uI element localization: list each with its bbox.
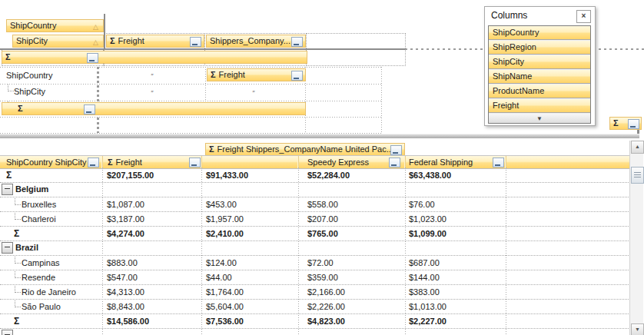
field-label: Freight (219, 70, 245, 79)
mock-row-shipcountry-label: ShipCountry (6, 71, 53, 80)
collapse-button[interactable] (88, 158, 99, 168)
tree-connector (15, 271, 21, 278)
sigma-icon: Σ (613, 118, 619, 128)
cell-value: $63,438.00 (409, 171, 451, 180)
group-name: Brazil (15, 243, 38, 252)
cell-value: $4,823.00 (307, 317, 345, 326)
window-title: Columns (491, 10, 527, 21)
collapse-box-icon[interactable] (2, 242, 13, 254)
ditto-mark: ″ (151, 89, 153, 97)
field-freight[interactable]: ΣFreight (106, 35, 204, 48)
collapse-button[interactable] (390, 145, 402, 155)
row-label: Campinas (22, 258, 60, 267)
collapse-button[interactable] (189, 158, 201, 168)
group-row-brazil: Brazil (0, 240, 629, 256)
collapse-button[interactable] (389, 158, 400, 168)
header-separator (404, 156, 406, 168)
header-row-area[interactable]: ShipCountry ShipCity (6, 158, 87, 168)
field-shippers-company[interactable]: Shippers_Company... (206, 35, 306, 48)
field-shipcity[interactable]: ShipCity △ (12, 35, 104, 48)
cell-value: $547.00 (107, 273, 138, 282)
ditto-mark: ″ (151, 72, 153, 80)
data-row-charleroi: Charleroi $3,187.00 $1,957.00 $207.00 $1… (0, 211, 629, 227)
cell-value: $207,155.00 (107, 171, 154, 180)
pivot-grid-designer: { "icons": { "sigma": "Σ", "sort_asc": "… (0, 0, 644, 335)
tree-connector (15, 286, 21, 293)
collapse-button[interactable] (190, 37, 201, 47)
tree-connector (15, 300, 21, 307)
mock-row-shipcity-label: ShipCity (14, 87, 45, 96)
scroll-more-button[interactable]: ▼ (489, 114, 590, 124)
cell-value: $76.00 (409, 200, 435, 209)
sigma-icon: Σ (211, 70, 216, 79)
collapse-button[interactable] (291, 37, 303, 47)
group-row-partial (0, 328, 629, 335)
mock-field-freight[interactable]: ΣFreight (207, 68, 306, 81)
collapse-button[interactable] (628, 119, 639, 129)
field-list-item-shipname[interactable]: ShipName (489, 70, 590, 84)
scroll-up-button[interactable]: ▲ (631, 141, 644, 154)
corner-sigma-bar[interactable]: Σ (609, 117, 642, 130)
band-header-label: Freight Shippers_CompanyName United Pac.… (217, 144, 393, 154)
field-list-item-shipcity[interactable]: ShipCity (489, 55, 590, 69)
collapse-button[interactable] (84, 104, 95, 114)
cell-value: $1,957.00 (206, 214, 244, 224)
header-freight[interactable]: ΣFreight (108, 158, 142, 168)
cell-value: $144.00 (409, 273, 440, 282)
collapse-box-icon[interactable] (2, 330, 13, 335)
tree-connector (15, 198, 21, 205)
field-list-item-freight[interactable]: Freight (489, 99, 590, 113)
collapse-box-icon[interactable] (2, 184, 13, 195)
sigma-icon: Σ (18, 104, 23, 113)
group-total-row-belgium: Σ $4,274.00 $2,410.00 $765.00 $1,099.00 (0, 226, 629, 241)
sigma-row-band[interactable]: Σ (2, 51, 307, 64)
data-row-rio-de-janeiro: Rio de Janeiro $4,313.00 $1,764.00 $2,16… (0, 284, 629, 300)
vertical-scrollbar[interactable]: ▲ ▼ (629, 141, 643, 335)
row-label: Charleroi (22, 214, 56, 224)
group-name: Belgium (15, 184, 48, 194)
scroll-down-button[interactable]: ▼ (631, 323, 644, 335)
row-label: Rio de Janeiro (22, 287, 76, 297)
row-line (0, 84, 382, 85)
group-row-belgium: Belgium (0, 182, 629, 197)
sigma-row-cell-empty (306, 49, 406, 66)
tree-connector (8, 85, 14, 91)
field-list-item-productname[interactable]: ProductName (489, 85, 590, 98)
collapse-button[interactable] (291, 71, 303, 81)
cell-value: $359.00 (307, 273, 338, 282)
field-list-item-shipregion[interactable]: ShipRegion (489, 41, 590, 55)
band-header-freight-shippers[interactable]: ΣFreight Shippers_CompanyName United Pac… (205, 143, 405, 156)
field-shipcountry[interactable]: ShipCountry △ (6, 19, 104, 32)
tree-connector (15, 257, 21, 264)
field-label: Shippers_Company... (210, 36, 290, 45)
field-list: ShipCountry ShipRegion ShipCity ShipName… (488, 25, 591, 124)
header-speedy-express[interactable]: Speedy Express (307, 158, 369, 168)
row-label: Resende (22, 273, 55, 282)
cell-value: $453.00 (206, 200, 237, 209)
arrow-up-icon: ▲ (635, 144, 640, 149)
cell-value: $2,226.00 (307, 302, 345, 311)
sort-asc-icon: △ (93, 37, 98, 48)
field-list-item-shipcountry[interactable]: ShipCountry (489, 26, 590, 40)
header-separator (297, 156, 299, 168)
header-separator (505, 156, 506, 168)
collapse-button[interactable] (87, 53, 98, 63)
row-line (0, 67, 382, 68)
close-icon[interactable]: × (576, 10, 591, 23)
cell-value: $8,843.00 (107, 302, 144, 311)
scrollbar-thumb[interactable] (631, 167, 644, 184)
field-label: Freight (118, 36, 144, 45)
mock-sigma-row-band[interactable]: Σ (2, 102, 306, 115)
row-line (0, 117, 382, 118)
cell-value: $44.00 (206, 273, 232, 282)
cell-value: $14,586.00 (107, 317, 149, 326)
cell-value: $1,099.00 (409, 229, 446, 238)
pivot-grid: ΣFreight Shippers_CompanyName United Pac… (0, 138, 644, 335)
area-divider-vertical (104, 14, 105, 49)
header-federal-shipping[interactable]: Federal Shipping (409, 158, 473, 168)
sigma-icon: Σ (209, 144, 214, 154)
collapse-button[interactable] (493, 158, 504, 168)
cell-value: $72.00 (307, 258, 334, 267)
cell-value: $1,023.00 (409, 214, 446, 224)
data-row-sao-paulo: São Paulo $8,843.00 $5,604.00 $2,226.00 … (0, 299, 629, 314)
